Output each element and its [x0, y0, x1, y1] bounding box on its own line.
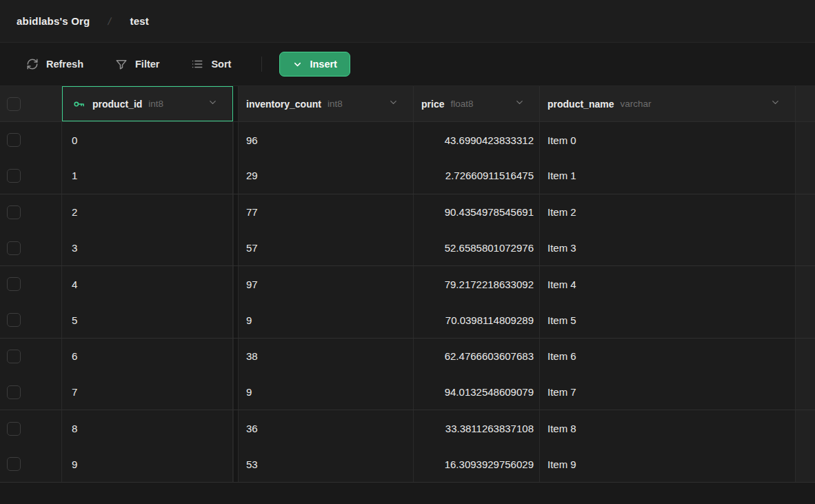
column-header-price[interactable]: price float8 [414, 86, 540, 121]
cell-inventory-count[interactable]: 96 [239, 122, 414, 158]
chevron-down-icon [292, 59, 303, 70]
toolbar: Refresh Filter Sort [0, 43, 815, 86]
row-select-cell [0, 194, 62, 230]
cell-product-name[interactable]: Item 9 [540, 447, 796, 482]
grid-right-gutter [796, 339, 815, 374]
table-rows: 0 96 43.6990423833312 Item 0 1 29 2.7266… [0, 122, 815, 483]
cell-price[interactable]: 94.0132548609079 [414, 374, 540, 410]
filter-label: Filter [135, 59, 159, 70]
chevron-down-icon[interactable] [770, 97, 781, 110]
column-header-product-name[interactable]: product_name varchar [540, 86, 796, 121]
cell-price[interactable]: 62.4766603607683 [414, 339, 540, 374]
row-checkbox[interactable] [7, 313, 21, 327]
cell-product-name[interactable]: Item 7 [540, 374, 796, 410]
cell-price[interactable]: 90.4354978545691 [414, 194, 540, 230]
row-checkbox[interactable] [7, 457, 21, 471]
table-row: 8 36 33.3811263837108 Item 8 [0, 410, 815, 446]
grid-right-gutter [796, 447, 815, 482]
cell-product-name[interactable]: Item 2 [540, 194, 796, 230]
cell-price[interactable]: 79.2172218633092 [414, 266, 540, 302]
table-row: 3 57 52.6585801072976 Item 3 [0, 230, 815, 266]
frozen-column-divider [233, 410, 239, 446]
cell-product-name[interactable]: Item 5 [540, 302, 796, 337]
cell-product-id[interactable]: 8 [62, 410, 233, 446]
cell-price[interactable]: 16.3093929756029 [414, 447, 540, 482]
cell-inventory-count[interactable]: 38 [239, 339, 414, 374]
insert-label: Insert [310, 59, 337, 70]
breadcrumb-org[interactable]: abidlabs's Org [17, 15, 90, 27]
row-select-cell [0, 410, 62, 446]
column-header-inventory-count[interactable]: inventory_count int8 [239, 86, 414, 121]
row-checkbox[interactable] [7, 241, 21, 255]
cell-product-id[interactable]: 0 [62, 122, 233, 158]
select-all-checkbox[interactable] [7, 97, 21, 111]
cell-product-name[interactable]: Item 6 [540, 339, 796, 374]
filter-icon [115, 58, 128, 70]
row-select-cell [0, 374, 62, 410]
cell-product-id[interactable]: 2 [62, 194, 233, 230]
cell-product-id[interactable]: 9 [62, 447, 233, 482]
row-checkbox[interactable] [7, 350, 21, 363]
filter-button[interactable]: Filter [115, 58, 159, 70]
cell-price[interactable]: 52.6585801072976 [414, 230, 540, 265]
row-select-cell [0, 339, 62, 374]
grid-header-row: product_id int8 inventory_count int8 pri… [0, 86, 815, 122]
grid-right-gutter [796, 158, 815, 193]
row-checkbox[interactable] [7, 385, 21, 399]
cell-inventory-count[interactable]: 53 [239, 447, 414, 482]
refresh-button[interactable]: Refresh [26, 58, 83, 70]
chevron-down-icon[interactable] [514, 97, 525, 110]
frozen-column-divider [233, 266, 239, 302]
row-checkbox[interactable] [7, 169, 21, 183]
insert-button[interactable]: Insert [279, 52, 350, 77]
grid-right-gutter [796, 230, 815, 265]
cell-inventory-count[interactable]: 9 [239, 374, 414, 410]
row-select-cell [0, 230, 62, 265]
table-editor-app: abidlabs's Org / test Refresh Filter [0, 0, 815, 504]
table-row: 0 96 43.6990423833312 Item 0 [0, 122, 815, 158]
cell-price[interactable]: 2.72660911516475 [414, 158, 540, 193]
cell-product-id[interactable]: 1 [62, 158, 233, 193]
table-row: 2 77 90.4354978545691 Item 2 [0, 194, 815, 230]
column-type: int8 [328, 99, 343, 109]
cell-product-id[interactable]: 7 [62, 374, 233, 410]
cell-product-id[interactable]: 3 [62, 230, 233, 265]
cell-inventory-count[interactable]: 9 [239, 302, 414, 337]
cell-product-name[interactable]: Item 3 [540, 230, 796, 265]
footer-bar [0, 483, 815, 504]
table-row: 9 53 16.3093929756029 Item 9 [0, 447, 815, 483]
row-checkbox[interactable] [7, 422, 21, 436]
frozen-column-divider [233, 122, 239, 158]
row-checkbox[interactable] [7, 133, 21, 147]
cell-product-name[interactable]: Item 8 [540, 410, 796, 446]
row-checkbox[interactable] [7, 277, 21, 291]
refresh-label: Refresh [46, 59, 83, 70]
cell-price[interactable]: 33.3811263837108 [414, 410, 540, 446]
cell-product-id[interactable]: 4 [62, 266, 233, 302]
cell-inventory-count[interactable]: 77 [239, 194, 414, 230]
column-header-product-id[interactable]: product_id int8 [62, 86, 233, 121]
chevron-down-icon[interactable] [388, 97, 399, 110]
table-row: 6 38 62.4766603607683 Item 6 [0, 339, 815, 374]
cell-price[interactable]: 43.6990423833312 [414, 122, 540, 158]
cell-product-id[interactable]: 6 [62, 339, 233, 374]
cell-inventory-count[interactable]: 36 [239, 410, 414, 446]
breadcrumb-table[interactable]: test [130, 15, 149, 27]
cell-inventory-count[interactable]: 97 [239, 266, 414, 302]
cell-product-id[interactable]: 5 [62, 302, 233, 337]
breadcrumb: abidlabs's Org / test [0, 0, 815, 43]
sort-button[interactable]: Sort [191, 58, 231, 70]
row-select-cell [0, 266, 62, 302]
cell-inventory-count[interactable]: 29 [239, 158, 414, 193]
cell-inventory-count[interactable]: 57 [239, 230, 414, 265]
column-type: int8 [148, 99, 163, 109]
cell-product-name[interactable]: Item 0 [540, 122, 796, 158]
frozen-column-divider [233, 339, 239, 374]
cell-product-name[interactable]: Item 4 [540, 266, 796, 302]
cell-price[interactable]: 70.0398114809289 [414, 302, 540, 337]
row-checkbox[interactable] [7, 205, 21, 219]
chevron-down-icon[interactable] [208, 97, 218, 110]
sort-icon [191, 58, 203, 70]
cell-product-name[interactable]: Item 1 [540, 158, 796, 193]
frozen-column-divider [233, 374, 239, 410]
